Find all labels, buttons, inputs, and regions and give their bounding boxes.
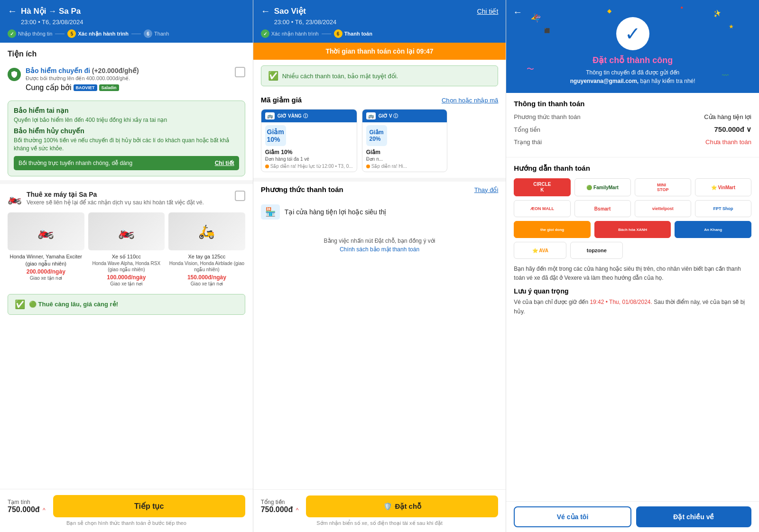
total-value: 750.000đ ∨ bbox=[714, 125, 751, 134]
screen2-bottom: Tổng tiền 750.000đ ^ 🛡️ Đặt chỗ Sớm nhận… bbox=[253, 489, 506, 532]
insurance-detail-link[interactable]: Chi tiết bbox=[215, 160, 234, 166]
success-header: ← 🎉 ✨ ⬛ ● ★ 〜 〰 ◆ ✓ Đặt chỗ thành công T… bbox=[506, 0, 759, 93]
discount-section: Mã giảm giá Chọn hoặc nhập mã 🚌 GIỜ VÀNG… bbox=[253, 92, 506, 178]
important-note-text: Vé của bạn chỉ được giữ đến 19:42 • Thu,… bbox=[514, 298, 751, 316]
success-email: nguyenvana@gmail.com, bbox=[570, 78, 639, 84]
bike-price-1: 200.000đ/ngày bbox=[8, 268, 84, 275]
bike-delivery-2: Giao xe tận nơi bbox=[88, 281, 165, 286]
viettel-text: viettelpost bbox=[652, 206, 674, 211]
back-button-1[interactable]: ← bbox=[8, 6, 17, 17]
family-mart-text: 🟢 FamilyMart bbox=[586, 185, 619, 190]
back-button-3[interactable]: ← bbox=[513, 7, 522, 18]
screen-3: ← 🎉 ✨ ⬛ ● ★ 〜 〰 ◆ ✓ Đặt chỗ thành công T… bbox=[506, 0, 759, 532]
status-row: Trạng thái Chưa thanh toán bbox=[514, 138, 751, 146]
book-button-label: Đặt chỗ bbox=[395, 502, 422, 511]
step-label-3: Thanh bbox=[154, 31, 169, 37]
s2-bottom-top: Tổng tiền 750.000đ ^ 🛡️ Đặt chỗ bbox=[261, 495, 499, 517]
payment-option: 🏪 Tại cửa hàng tiện lợi hoặc siêu thị bbox=[261, 199, 499, 225]
aeon-text: ÆON MALL bbox=[530, 206, 554, 211]
success-circle: ✓ bbox=[616, 17, 649, 50]
promo-text: 🟢 Thuê càng lâu, giá càng rẻ! bbox=[29, 301, 118, 308]
screen1-subtitle: 23:00 • T6, 23/08/2024 bbox=[21, 18, 245, 26]
bike-image-3: 🛵 bbox=[168, 212, 245, 250]
bachhoa-text: Bách hóa XANH bbox=[618, 228, 647, 232]
voucher-badge-2: GIỜ V ⓘ bbox=[379, 113, 398, 119]
bike-card-1[interactable]: 🏍️ Honda Winner, Yamaha Exciter (giao ng… bbox=[8, 212, 84, 286]
payment-info-section: Thông tin thanh toán Phương thức thanh t… bbox=[506, 93, 759, 157]
shield-icon bbox=[8, 68, 21, 81]
saladin-logo: Saladin bbox=[99, 84, 119, 91]
payment-option-text: Tại cửa hàng tiện lợi hoặc siêu thị bbox=[285, 208, 387, 216]
screen2-header: ← Sao Việt Chi tiết 23:00 • T6, 23/08/20… bbox=[253, 0, 506, 43]
total-amount-row: Tổng tiền 750.000đ ∨ bbox=[514, 125, 751, 134]
guide-title: Hướng dẫn thanh toán bbox=[514, 164, 751, 173]
terms-link[interactable]: Chính sách bảo mật thanh toán bbox=[340, 246, 419, 253]
s2-step-circle-1: ✓ bbox=[261, 29, 269, 38]
thegioidong-logo: the gioi dong bbox=[514, 221, 591, 238]
rental-title: Thuê xe máy tại Sa Pa bbox=[27, 191, 204, 198]
bike-name-1: Honda Winner, Yamaha Exciter (giao ngẫu … bbox=[8, 253, 84, 267]
book-button[interactable]: 🛡️ Đặt chỗ bbox=[306, 495, 498, 517]
price-toggle-arrow-1[interactable]: ^ bbox=[43, 507, 46, 514]
bike-card-2[interactable]: 🏍️ Xe số 110cc Honda Wave Alpha, Honda R… bbox=[88, 212, 165, 286]
secure-text: Nhiều cách thanh toán, bảo mật tuyệt đối… bbox=[282, 73, 398, 80]
insurance-checkbox-area[interactable] bbox=[235, 67, 245, 77]
vinmart-logo: ⭐ VinMart bbox=[695, 178, 751, 196]
topzone-logo: topzone bbox=[570, 242, 623, 259]
voucher-expiry-1: Sắp diễn ra! Hiệu lực từ 12:00 • T3, 0..… bbox=[265, 164, 353, 169]
screen-1: ← Hà Nội → Sa Pa 23:00 • T6, 23/08/2024 … bbox=[0, 0, 253, 532]
book-return-button[interactable]: Đặt chiều về bbox=[636, 506, 751, 527]
status-label: Trạng thái bbox=[514, 138, 542, 146]
voucher-header-1: 🚌 GIỜ VÀNG ⓘ bbox=[261, 110, 357, 122]
step-circle-3: 6 bbox=[144, 29, 152, 38]
green-insurance-block: Bảo hiểm tai nạn Quyền lợi bảo hiểm lên … bbox=[8, 101, 245, 176]
voucher-card-1[interactable]: 🚌 GIỜ VÀNG ⓘ Giảm10% Giảm 10% Đơn hàng t… bbox=[261, 109, 357, 172]
change-payment-link[interactable]: Thay đổi bbox=[474, 186, 499, 193]
bus-icon-2: 🚌 bbox=[366, 112, 376, 119]
family-mart-logo: 🟢 FamilyMart bbox=[574, 178, 631, 196]
mini-stop-logo: MINISTOP bbox=[635, 178, 691, 196]
continue-button[interactable]: Tiếp tục bbox=[53, 495, 245, 517]
ava-text: ⭐ AVA bbox=[532, 248, 548, 253]
screen3-bottom: Vé của tôi Đặt chiều về bbox=[506, 501, 759, 532]
screen2-subtitle: 23:00 • T6, 23/08/2024 bbox=[274, 18, 499, 26]
my-tickets-button[interactable]: Vé của tôi bbox=[514, 506, 631, 527]
step-2: 5 Xác nhận hành trình bbox=[67, 29, 129, 38]
important-note: Lưu ý quan trọng Vé của bạn chỉ được giữ… bbox=[514, 287, 751, 316]
voucher-card-2[interactable]: 🚌 GIỜ V ⓘ Giảm20% Giảm Đơn n... Sắp diễn… bbox=[362, 109, 447, 172]
payment-info-title: Thông tin thanh toán bbox=[514, 100, 751, 108]
rental-checkbox[interactable] bbox=[235, 191, 245, 201]
success-title: Đặt chỗ thành công bbox=[514, 55, 751, 65]
insurance-footer-text: Bồi thường trực tuyến nhanh chóng, dễ dà… bbox=[19, 160, 132, 166]
topzone-text: topzone bbox=[587, 248, 607, 253]
bike-delivery-1: Giao xe tận nơi bbox=[8, 275, 84, 281]
important-note-title: Lưu ý quan trọng bbox=[514, 287, 751, 295]
utilities-title: Tiện ích bbox=[0, 43, 253, 62]
guide-text: Bạn hãy đến một trong các cửa hàng hoặc … bbox=[514, 265, 751, 283]
status-value: Chưa thanh toán bbox=[705, 138, 751, 146]
bachhoa-logo: Bách hóa XANH bbox=[594, 221, 671, 238]
ava-logo: ⭐ AVA bbox=[514, 242, 566, 259]
insurance-text: Bảo hiểm chuyến đi (+20.000đ/ghế) Được b… bbox=[26, 67, 139, 92]
payment-method-title: Phương thức thanh toán bbox=[261, 185, 343, 194]
check-circle-icon: ✅ bbox=[15, 299, 25, 310]
secure-badge: ✅ Nhiều cách thanh toán, bảo mật tuyệt đ… bbox=[261, 65, 499, 86]
bus-icon-1: 🚌 bbox=[265, 112, 275, 119]
s2-price-arrow[interactable]: ^ bbox=[296, 507, 299, 514]
voucher-body-2: Giảm20% Giảm Đơn n... Sắp diễn ra! Hi... bbox=[362, 122, 447, 172]
s2-step-divider bbox=[322, 34, 331, 34]
insurance-checkbox[interactable] bbox=[235, 67, 245, 77]
detail-link[interactable]: Chi tiết bbox=[477, 8, 499, 15]
voucher-title-1: Giảm 10% bbox=[265, 149, 353, 156]
discount-link[interactable]: Chọn hoặc nhập mã bbox=[442, 97, 498, 104]
bike-card-3[interactable]: 🛵 Xe tay ga 125cc Honda Vision, Honda Ai… bbox=[168, 212, 245, 286]
aeon-logo: ÆON MALL bbox=[514, 200, 570, 217]
promo-banner: ✅ 🟢 Thuê càng lâu, giá càng rẻ! bbox=[8, 294, 245, 315]
back-button-2[interactable]: ← bbox=[261, 6, 270, 17]
step-divider-1 bbox=[55, 34, 65, 34]
payment-method-section: Phương thức thanh toán Thay đổi 🏪 Tại cử… bbox=[253, 182, 506, 229]
total-label: Tổng tiền bbox=[514, 126, 540, 133]
store-logos-row2: ÆON MALL Bsmart viettelpost FPT Shop bbox=[514, 200, 751, 217]
rental-checkbox-area[interactable] bbox=[235, 191, 245, 201]
step-divider-2 bbox=[131, 34, 141, 34]
